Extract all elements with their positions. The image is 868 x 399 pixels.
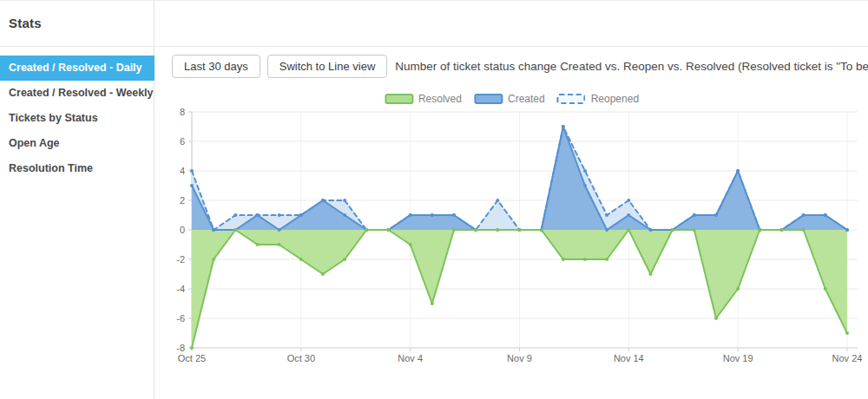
series-resolved-point <box>517 228 521 232</box>
series-resolved-point <box>824 287 827 291</box>
series-created-point <box>299 213 303 217</box>
sidebar-item-open-age[interactable]: Open Age <box>0 131 155 156</box>
series-reopened-point <box>343 199 346 202</box>
series-resolved-point <box>321 272 325 276</box>
series-created-point <box>431 213 434 217</box>
series-reopened-point <box>496 199 499 202</box>
y-tick-label: -4 <box>176 284 185 294</box>
series-created-point <box>212 228 215 232</box>
series-reopened-point <box>605 213 608 217</box>
series-resolved-point <box>212 258 215 261</box>
series-created-point <box>343 213 346 217</box>
sidebar-nav: Created / Resolved - DailyCreated / Reso… <box>0 56 155 181</box>
series-created-point <box>583 184 587 187</box>
series-resolved-point <box>540 228 543 232</box>
x-tick-label: Nov 24 <box>832 353 863 363</box>
series-resolved-point <box>496 228 499 232</box>
series-reopened-point <box>583 169 587 173</box>
main-content: Last 30 days Switch to Line view Number … <box>155 1 868 399</box>
series-resolved-point <box>605 258 608 261</box>
series-resolved-point <box>409 243 412 246</box>
series-reopened-point <box>627 199 630 202</box>
series-created-point <box>824 213 827 217</box>
chart-toolbar: Last 30 days Switch to Line view Number … <box>172 55 868 78</box>
series-resolved-point <box>714 317 718 320</box>
series-resolved-point <box>736 287 740 291</box>
stats-page: Stats Created / Resolved - DailyCreated … <box>0 0 868 399</box>
series-resolved-point <box>299 258 303 261</box>
y-tick-label: 4 <box>180 166 185 176</box>
last-30-days-button[interactable]: Last 30 days <box>172 55 260 78</box>
x-tick-label: Nov 9 <box>507 353 532 363</box>
x-tick-label: Nov 4 <box>398 353 423 363</box>
series-reopened-point <box>190 169 194 173</box>
series-created-point <box>321 199 325 202</box>
series-created-point <box>190 184 194 187</box>
series-resolved-point <box>474 228 477 232</box>
sidebar-item-tickets-by-status[interactable]: Tickets by Status <box>0 106 155 131</box>
series-resolved-point <box>802 228 806 232</box>
sidebar-item-resolution-time[interactable]: Resolution Time <box>0 156 155 181</box>
series-created-point <box>627 213 630 217</box>
series-reopened-point <box>278 213 281 217</box>
series-created-point <box>605 228 608 232</box>
series-resolved-point <box>431 302 434 305</box>
y-tick-label: 6 <box>180 136 185 147</box>
series-created-point <box>693 213 696 217</box>
series-resolved-point <box>343 258 346 261</box>
chart-description: Number of ticket status change Created v… <box>395 60 868 73</box>
series-resolved-point <box>365 228 368 232</box>
sidebar-title: Stats <box>0 1 154 42</box>
y-tick-label: 2 <box>180 195 185 206</box>
x-tick-label: Nov 14 <box>614 353 644 363</box>
y-tick-label: -8 <box>176 343 185 353</box>
series-created-point <box>714 213 718 217</box>
series-resolved-point <box>452 228 456 232</box>
created-resolved-daily-chart: -8-6-4-202468Oct 25Oct 30Nov 4Nov 9Nov 1… <box>155 103 868 374</box>
series-created-point <box>802 213 806 217</box>
series-resolved-point <box>627 228 630 232</box>
series-created-point <box>452 213 456 217</box>
sidebar-item-created-resolved-daily[interactable]: Created / Resolved - Daily <box>0 56 155 81</box>
x-tick-label: Oct 25 <box>178 353 206 363</box>
y-tick-label: -6 <box>176 313 185 324</box>
series-reopened-point <box>233 213 237 217</box>
series-resolved-point <box>693 228 696 232</box>
sidebar: Stats Created / Resolved - DailyCreated … <box>0 1 155 399</box>
series-created-point <box>409 213 412 217</box>
x-tick-label: Oct 30 <box>287 353 315 363</box>
y-tick-label: 8 <box>180 107 185 117</box>
series-created-point <box>255 213 259 217</box>
series-created-point <box>648 228 652 232</box>
series-resolved-point <box>583 258 587 261</box>
series-resolved-point <box>562 258 565 261</box>
y-tick-label: 0 <box>180 225 185 235</box>
series-created-point <box>562 125 565 128</box>
series-resolved-point <box>845 331 849 335</box>
series-resolved-point <box>233 228 237 232</box>
y-tick-label: -2 <box>176 254 185 265</box>
series-resolved-point <box>255 243 259 246</box>
series-created-point <box>278 228 281 232</box>
series-resolved-point <box>758 228 761 232</box>
series-resolved-point <box>671 228 674 232</box>
series-created-point <box>845 228 849 232</box>
sidebar-item-created-resolved-weekly[interactable]: Created / Resolved - Weekly <box>0 81 155 106</box>
series-resolved-point <box>190 346 194 350</box>
switch-to-line-view-button[interactable]: Switch to Line view <box>267 55 388 78</box>
series-resolved-point <box>648 272 652 276</box>
series-created-point <box>736 169 740 173</box>
series-resolved-point <box>386 228 390 232</box>
x-tick-label: Nov 19 <box>723 353 753 363</box>
series-resolved-point <box>278 243 281 246</box>
series-resolved-point <box>779 228 783 232</box>
